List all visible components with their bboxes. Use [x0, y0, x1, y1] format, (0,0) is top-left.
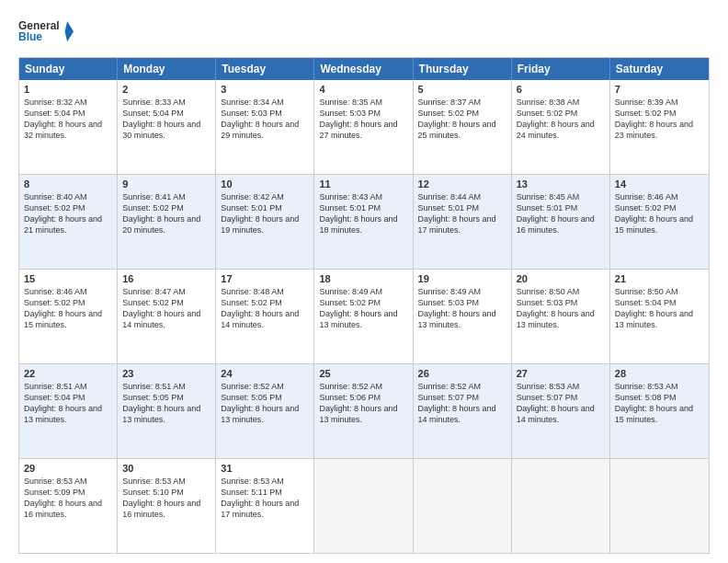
calendar-week: 1Sunrise: 8:32 AMSunset: 5:04 PMDaylight… [19, 80, 709, 174]
cell-text: Sunrise: 8:37 AMSunset: 5:02 PMDaylight:… [418, 97, 506, 142]
cell-text: Sunrise: 8:32 AMSunset: 5:04 PMDaylight:… [24, 97, 112, 142]
calendar-week: 29Sunrise: 8:53 AMSunset: 5:09 PMDayligh… [19, 458, 709, 553]
calendar-header-cell: Monday [118, 58, 216, 80]
calendar-cell-empty [512, 459, 610, 553]
calendar-cell: 25Sunrise: 8:52 AMSunset: 5:06 PMDayligh… [314, 364, 413, 458]
day-number: 24 [221, 368, 309, 379]
cell-text: Sunrise: 8:51 AMSunset: 5:05 PMDaylight:… [122, 381, 210, 426]
calendar-cell: 11Sunrise: 8:43 AMSunset: 5:01 PMDayligh… [314, 175, 413, 269]
calendar-cell: 20Sunrise: 8:50 AMSunset: 5:03 PMDayligh… [512, 270, 610, 363]
calendar-header-cell: Wednesday [314, 58, 413, 80]
cell-text: Sunrise: 8:35 AMSunset: 5:03 PMDaylight:… [319, 97, 407, 142]
calendar-body: 1Sunrise: 8:32 AMSunset: 5:04 PMDaylight… [19, 80, 709, 553]
calendar-cell: 17Sunrise: 8:48 AMSunset: 5:02 PMDayligh… [216, 270, 314, 363]
day-number: 1 [24, 84, 112, 95]
calendar-cell: 10Sunrise: 8:42 AMSunset: 5:01 PMDayligh… [216, 175, 314, 269]
logo: General Blue [18, 15, 74, 50]
calendar-cell: 18Sunrise: 8:49 AMSunset: 5:02 PMDayligh… [314, 270, 413, 363]
day-number: 8 [24, 178, 112, 190]
cell-text: Sunrise: 8:53 AMSunset: 5:07 PMDaylight:… [517, 381, 605, 426]
calendar-cell: 14Sunrise: 8:46 AMSunset: 5:02 PMDayligh… [610, 175, 709, 269]
cell-text: Sunrise: 8:49 AMSunset: 5:03 PMDaylight:… [418, 286, 506, 331]
calendar-header-cell: Saturday [610, 58, 709, 80]
cell-text: Sunrise: 8:48 AMSunset: 5:02 PMDaylight:… [221, 286, 309, 331]
calendar-cell: 22Sunrise: 8:51 AMSunset: 5:04 PMDayligh… [19, 364, 118, 458]
cell-text: Sunrise: 8:53 AMSunset: 5:09 PMDaylight:… [24, 476, 112, 521]
day-number: 13 [517, 178, 605, 190]
calendar-week: 22Sunrise: 8:51 AMSunset: 5:04 PMDayligh… [19, 363, 709, 458]
cell-text: Sunrise: 8:53 AMSunset: 5:08 PMDaylight:… [615, 381, 704, 426]
day-number: 30 [122, 463, 210, 474]
cell-text: Sunrise: 8:46 AMSunset: 5:02 PMDaylight:… [615, 191, 704, 236]
calendar-cell: 28Sunrise: 8:53 AMSunset: 5:08 PMDayligh… [610, 364, 709, 458]
cell-text: Sunrise: 8:42 AMSunset: 5:01 PMDaylight:… [221, 191, 309, 236]
cell-text: Sunrise: 8:46 AMSunset: 5:02 PMDaylight:… [24, 286, 112, 331]
cell-text: Sunrise: 8:52 AMSunset: 5:05 PMDaylight:… [221, 381, 309, 426]
calendar-cell-empty [414, 459, 512, 553]
day-number: 6 [517, 84, 605, 95]
calendar-cell: 3Sunrise: 8:34 AMSunset: 5:03 PMDaylight… [216, 80, 314, 174]
day-number: 18 [319, 273, 407, 284]
cell-text: Sunrise: 8:41 AMSunset: 5:02 PMDaylight:… [122, 191, 210, 236]
cell-text: Sunrise: 8:50 AMSunset: 5:04 PMDaylight:… [615, 286, 704, 331]
day-number: 15 [24, 273, 112, 284]
day-number: 23 [122, 368, 210, 379]
calendar-cell: 21Sunrise: 8:50 AMSunset: 5:04 PMDayligh… [610, 270, 709, 363]
day-number: 10 [221, 178, 309, 190]
calendar-cell: 7Sunrise: 8:39 AMSunset: 5:02 PMDaylight… [610, 80, 709, 174]
calendar-cell: 30Sunrise: 8:53 AMSunset: 5:10 PMDayligh… [118, 459, 216, 553]
day-number: 27 [517, 368, 605, 379]
day-number: 7 [615, 84, 704, 95]
cell-text: Sunrise: 8:53 AMSunset: 5:10 PMDaylight:… [122, 476, 210, 521]
calendar-cell: 15Sunrise: 8:46 AMSunset: 5:02 PMDayligh… [19, 270, 118, 363]
day-number: 31 [221, 463, 309, 474]
calendar-cell: 16Sunrise: 8:47 AMSunset: 5:02 PMDayligh… [118, 270, 216, 363]
cell-text: Sunrise: 8:34 AMSunset: 5:03 PMDaylight:… [221, 97, 309, 142]
svg-marker-2 [65, 21, 74, 41]
calendar-cell: 12Sunrise: 8:44 AMSunset: 5:01 PMDayligh… [414, 175, 512, 269]
cell-text: Sunrise: 8:33 AMSunset: 5:04 PMDaylight:… [122, 97, 210, 142]
calendar-cell: 24Sunrise: 8:52 AMSunset: 5:05 PMDayligh… [216, 364, 314, 458]
day-number: 19 [418, 273, 506, 284]
cell-text: Sunrise: 8:39 AMSunset: 5:02 PMDaylight:… [615, 97, 704, 142]
cell-text: Sunrise: 8:49 AMSunset: 5:02 PMDaylight:… [319, 286, 407, 331]
day-number: 28 [615, 368, 704, 379]
calendar-week: 15Sunrise: 8:46 AMSunset: 5:02 PMDayligh… [19, 269, 709, 363]
calendar-cell: 5Sunrise: 8:37 AMSunset: 5:02 PMDaylight… [414, 80, 512, 174]
calendar-cell: 19Sunrise: 8:49 AMSunset: 5:03 PMDayligh… [414, 270, 512, 363]
calendar-week: 8Sunrise: 8:40 AMSunset: 5:02 PMDaylight… [19, 174, 709, 269]
header: General Blue [18, 15, 710, 50]
day-number: 22 [24, 368, 112, 379]
calendar-header-cell: Tuesday [216, 58, 314, 80]
calendar-header-cell: Friday [512, 58, 610, 80]
cell-text: Sunrise: 8:52 AMSunset: 5:07 PMDaylight:… [418, 381, 506, 426]
calendar-cell: 23Sunrise: 8:51 AMSunset: 5:05 PMDayligh… [118, 364, 216, 458]
calendar-cell-empty [314, 459, 413, 553]
calendar-cell: 6Sunrise: 8:38 AMSunset: 5:02 PMDaylight… [512, 80, 610, 174]
calendar-cell: 2Sunrise: 8:33 AMSunset: 5:04 PMDaylight… [118, 80, 216, 174]
day-number: 5 [418, 84, 506, 95]
day-number: 3 [221, 84, 309, 95]
page: General Blue SundayMondayTuesdayWednesda… [0, 0, 728, 563]
day-number: 17 [221, 273, 309, 284]
cell-text: Sunrise: 8:52 AMSunset: 5:06 PMDaylight:… [319, 381, 407, 426]
calendar-header-cell: Sunday [19, 58, 118, 80]
calendar-header: SundayMondayTuesdayWednesdayThursdayFrid… [19, 58, 709, 80]
day-number: 2 [122, 84, 210, 95]
day-number: 12 [418, 178, 506, 190]
day-number: 9 [122, 178, 210, 190]
calendar-cell: 13Sunrise: 8:45 AMSunset: 5:01 PMDayligh… [512, 175, 610, 269]
cell-text: Sunrise: 8:45 AMSunset: 5:01 PMDaylight:… [517, 191, 605, 236]
day-number: 26 [418, 368, 506, 379]
day-number: 29 [24, 463, 112, 474]
cell-text: Sunrise: 8:51 AMSunset: 5:04 PMDaylight:… [24, 381, 112, 426]
cell-text: Sunrise: 8:47 AMSunset: 5:02 PMDaylight:… [122, 286, 210, 331]
svg-text:Blue: Blue [18, 30, 42, 43]
day-number: 21 [615, 273, 704, 284]
cell-text: Sunrise: 8:43 AMSunset: 5:01 PMDaylight:… [319, 191, 407, 236]
calendar-header-cell: Thursday [414, 58, 512, 80]
calendar-cell: 1Sunrise: 8:32 AMSunset: 5:04 PMDaylight… [19, 80, 118, 174]
calendar: SundayMondayTuesdayWednesdayThursdayFrid… [18, 57, 710, 554]
day-number: 14 [615, 178, 704, 190]
cell-text: Sunrise: 8:50 AMSunset: 5:03 PMDaylight:… [517, 286, 605, 331]
